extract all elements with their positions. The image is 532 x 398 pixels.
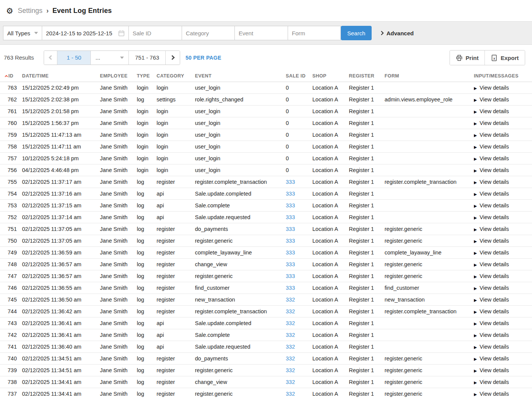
form-input[interactable] [288,26,340,40]
cell-sale-id-link[interactable]: 332 [286,352,312,364]
cell-form: register.generic [385,223,474,235]
date-range-field[interactable]: 2024-12-15 to 2025-12-15 [42,26,129,40]
view-details-button[interactable]: ▶View details [474,341,532,352]
column-header-form[interactable]: FORM [385,70,474,82]
view-details-button[interactable]: ▶View details [474,294,532,305]
next-page-button[interactable] [165,51,180,65]
column-header-employee[interactable]: EMPLOYEE [100,70,137,82]
view-details-button[interactable]: ▶View details [474,164,532,176]
column-header-category[interactable]: CATEGORY [157,70,195,82]
type-filter-select[interactable]: All Types [3,26,42,40]
view-details-label: View details [480,179,509,185]
cell-sale-id-link[interactable]: 332 [286,341,312,352]
sale-id-input[interactable] [129,26,182,40]
view-details-button[interactable]: ▶View details [474,93,532,105]
view-details-label: View details [480,191,509,197]
table-row: 755 02/12/2025 11:37:17 am Jane Smith lo… [0,176,532,188]
view-details-button[interactable]: ▶View details [474,352,532,364]
breadcrumb-settings-link[interactable]: Settings [18,7,43,15]
page-range-dropdown[interactable]: ... [90,51,128,65]
view-details-button[interactable]: ▶View details [474,270,532,282]
cell-sale-id-link[interactable]: 332 [286,305,312,317]
column-header-event[interactable]: EVENT [195,70,286,82]
view-details-button[interactable]: ▶View details [474,364,532,376]
results-count: 763 Results [4,54,34,61]
column-header-input-messages[interactable]: INPUT/MESSAGES [474,70,532,82]
column-header-shop[interactable]: SHOP [312,70,349,82]
view-details-button[interactable]: ▶View details [474,188,532,199]
view-details-button[interactable]: ▶View details [474,105,532,117]
table-row: 758 15/12/2025 11:47:11 am Jane Smith lo… [0,141,532,152]
event-input[interactable] [235,26,288,40]
view-details-button[interactable]: ▶View details [474,317,532,329]
cell-sale-id-link[interactable]: 333 [286,176,312,188]
view-details-button[interactable]: ▶View details [474,223,532,235]
column-header-register[interactable]: REGISTER [349,70,385,82]
view-details-button[interactable]: ▶View details [474,258,532,270]
cell-datetime: 02/12/2025 11:37:05 am [22,223,100,235]
view-details-button[interactable]: ▶View details [474,235,532,246]
cell-sale-id: 0 [286,105,312,117]
cell-id: 761 [0,105,22,117]
cell-sale-id-link[interactable]: 332 [286,329,312,341]
cell-sale-id-link[interactable]: 332 [286,388,312,398]
page-range-current[interactable]: 1 - 50 [57,51,90,65]
export-button[interactable]: x Export [484,51,525,65]
view-details-button[interactable]: ▶View details [474,117,532,129]
cell-type: log [137,235,157,246]
cell-category: login [157,152,195,164]
view-details-button[interactable]: ▶View details [474,282,532,294]
view-details-button[interactable]: ▶View details [474,129,532,141]
cell-sale-id-link[interactable]: 333 [286,223,312,235]
column-header-id[interactable]: ID [0,70,22,82]
column-header-type[interactable]: TYPE [137,70,157,82]
view-details-button[interactable]: ▶View details [474,141,532,152]
cell-sale-id-link[interactable]: 333 [286,211,312,223]
view-details-button[interactable]: ▶View details [474,82,532,93]
cell-sale-id-link[interactable]: 333 [286,282,312,294]
view-details-button[interactable]: ▶View details [474,246,532,258]
cell-sale-id-link[interactable]: 333 [286,188,312,199]
view-details-button[interactable]: ▶View details [474,388,532,398]
page-range-last[interactable]: 751 - 763 [128,51,165,65]
cell-shop: Location A [312,82,349,93]
cell-sale-id-link[interactable]: 332 [286,376,312,388]
view-details-button[interactable]: ▶View details [474,176,532,188]
cell-type: log [137,223,157,235]
cell-sale-id-link[interactable]: 333 [286,199,312,211]
cell-form: register.generic [385,258,474,270]
cell-datetime: 10/12/2025 5:24:18 pm [22,152,100,164]
cell-sale-id-link[interactable]: 332 [286,364,312,376]
cell-type: log [137,270,157,282]
search-button[interactable]: Search [341,26,372,40]
cell-sale-id-link[interactable]: 333 [286,235,312,246]
cell-sale-id-link[interactable]: 333 [286,270,312,282]
cell-sale-id-link[interactable]: 332 [286,294,312,305]
cell-type: log [137,199,157,211]
print-button[interactable]: Print [450,51,484,65]
cell-sale-id-link[interactable]: 333 [286,246,312,258]
filter-bar: All Types 2024-12-15 to 2025-12-15 Searc… [0,21,532,45]
cell-register: Register 1 [349,211,385,223]
view-details-button[interactable]: ▶View details [474,329,532,341]
view-details-label: View details [480,344,509,350]
view-details-button[interactable]: ▶View details [474,305,532,317]
cell-event: user_login [195,117,286,129]
cell-shop: Location A [312,152,349,164]
view-details-label: View details [480,391,509,397]
per-page-link[interactable]: 50 PER PAGE [185,55,221,61]
column-header-datetime[interactable]: DATE/TIME [22,70,100,82]
cell-sale-id-link[interactable]: 332 [286,317,312,329]
previous-page-button[interactable] [44,51,57,65]
view-details-button[interactable]: ▶View details [474,376,532,388]
view-details-button[interactable]: ▶View details [474,152,532,164]
view-details-label: View details [480,297,509,303]
cell-sale-id-link[interactable]: 333 [286,258,312,270]
view-details-button[interactable]: ▶View details [474,199,532,211]
view-details-button[interactable]: ▶View details [474,211,532,223]
cell-employee: Jane Smith [100,129,137,141]
category-input[interactable] [182,26,234,40]
advanced-toggle[interactable]: Advanced [380,30,414,36]
cell-id: 760 [0,117,22,129]
column-header-sale-id[interactable]: SALE ID [286,70,312,82]
